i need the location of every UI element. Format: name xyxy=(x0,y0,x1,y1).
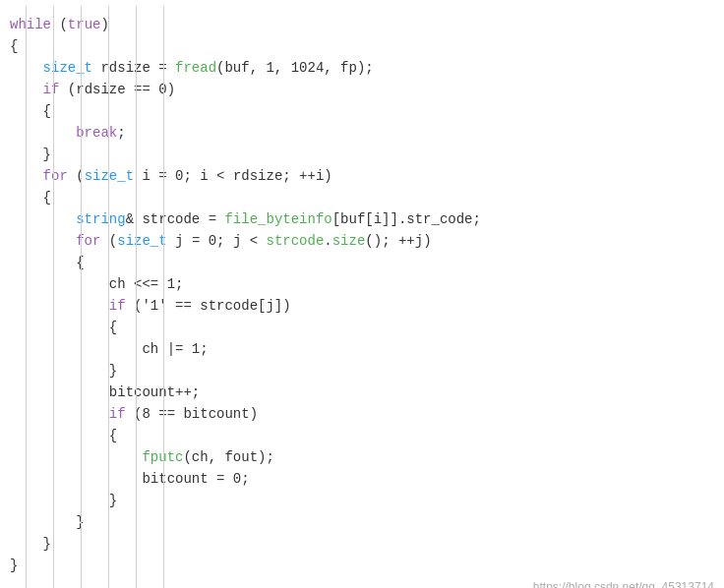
code-line: if (8 == bitcount) xyxy=(10,403,714,425)
code-line: } xyxy=(10,360,714,382)
code-line: break; xyxy=(10,122,714,144)
code-line: size_t rdsize = fread(buf, 1, 1024, fp); xyxy=(10,57,714,79)
watermark: https://blog.csdn.net/qq_45313714 xyxy=(533,580,714,588)
code-line: fputc(ch, fout); xyxy=(10,446,714,468)
code-line: for (size_t j = 0; j < strcode.size(); +… xyxy=(10,230,714,252)
code-line: } xyxy=(10,144,714,165)
code-line: bitcount = 0; xyxy=(10,468,714,490)
code-line: } xyxy=(10,490,714,511)
code-line: ch |= 1; xyxy=(10,338,714,360)
code-line: if ('1' == strcode[j]) xyxy=(10,295,714,317)
code-line: bitcount++; xyxy=(10,382,714,403)
code-block: while (true){ size_t rdsize = fread(buf,… xyxy=(0,8,724,588)
code-line: { xyxy=(10,100,714,122)
code-line: } xyxy=(10,511,714,533)
code-line: if (rdsize == 0) xyxy=(10,79,714,100)
code-line: } xyxy=(10,533,714,555)
code-line: { xyxy=(10,425,714,446)
code-line: string& strcode = file_byteinfo[buf[i]].… xyxy=(10,208,714,230)
code-line: while (true) xyxy=(10,14,714,35)
code-line: { xyxy=(10,317,714,338)
code-editor: while (true){ size_t rdsize = fread(buf,… xyxy=(0,0,724,588)
code-line: ch <<= 1; xyxy=(10,273,714,295)
code-line: { xyxy=(10,252,714,273)
code-line: { xyxy=(10,35,714,57)
code-line: } xyxy=(10,555,714,576)
code-line: { xyxy=(10,187,714,208)
code-line: for (size_t i = 0; i < rdsize; ++i) xyxy=(10,165,714,187)
